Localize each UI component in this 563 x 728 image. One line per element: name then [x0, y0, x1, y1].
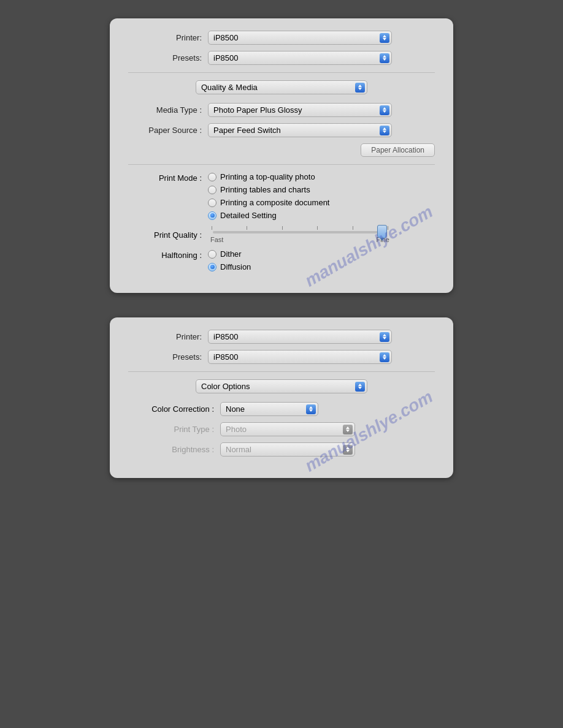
paper-source-label: Paper Source : — [128, 126, 202, 135]
print-quality-section: Print Quality : Fast Fine — [128, 226, 435, 243]
media-type-row: Media Type : Photo Paper Plus Glossy — [128, 103, 435, 117]
print-type-select-wrapper: Photo — [220, 422, 355, 436]
printer-label-2: Printer: — [128, 332, 202, 341]
radio-item-dither[interactable]: Dither — [208, 249, 251, 259]
print-mode-label: Print Mode : — [128, 172, 202, 183]
radio-label-detailed-setting: Detailed Setting — [220, 211, 277, 220]
section-select[interactable]: Quality & Media — [196, 80, 367, 94]
media-type-label: Media Type : — [128, 105, 202, 115]
panel-color-options: Printer: iP8500 Presets: iP8500 — [110, 317, 453, 478]
radio-circle-dither — [208, 250, 216, 259]
slider-thumb[interactable] — [377, 225, 387, 238]
print-mode-radio-group: Printing a top-quality photo Printing ta… — [208, 172, 329, 220]
printer-select-wrapper-2: iP8500 — [208, 330, 392, 344]
radio-circle — [208, 199, 216, 207]
print-quality-label: Print Quality : — [128, 230, 202, 240]
brightness-row: Brightness : Normal — [128, 442, 435, 457]
color-correction-select-wrapper: None — [220, 402, 318, 416]
paper-source-row: Paper Source : Paper Feed Switch — [128, 123, 435, 137]
print-type-row: Print Type : Photo — [128, 422, 435, 436]
media-type-select-wrapper: Photo Paper Plus Glossy — [208, 103, 392, 117]
slider-ticks — [208, 226, 392, 230]
radio-label-dither: Dither — [220, 249, 242, 259]
tick-4 — [317, 226, 318, 230]
radio-circle — [208, 186, 216, 194]
presets-select[interactable]: iP8500 — [208, 51, 392, 65]
radio-label-top-quality: Printing a top-quality photo — [220, 172, 315, 181]
radio-item-tables-charts[interactable]: Printing tables and charts — [208, 185, 329, 194]
section-select-row-2: Color Options — [128, 379, 435, 393]
color-correction-row: Color Correction : None — [128, 402, 435, 416]
radio-item-detailed-setting[interactable]: Detailed Setting — [208, 211, 329, 220]
tick-1 — [212, 226, 212, 230]
tick-6 — [388, 226, 388, 230]
print-type-label: Print Type : — [128, 425, 214, 434]
brightness-label: Brightness : — [128, 445, 214, 454]
printer-row: Printer: iP8500 — [128, 31, 435, 45]
divider-panel2-1 — [128, 371, 435, 372]
radio-circle-diffusion-selected — [208, 263, 216, 271]
section-select-wrapper: Quality & Media — [196, 80, 367, 94]
radio-item-diffusion[interactable]: Diffusion — [208, 262, 251, 271]
media-type-select[interactable]: Photo Paper Plus Glossy — [208, 103, 392, 117]
paper-source-select-wrapper: Paper Feed Switch — [208, 123, 392, 137]
printer-select[interactable]: iP8500 — [208, 31, 392, 45]
radio-label-tables-charts: Printing tables and charts — [220, 185, 310, 194]
halftoning-section: Halftoning : Dither Diffusion — [128, 249, 435, 271]
slider-label-fast: Fast — [210, 236, 223, 243]
presets-select-2[interactable]: iP8500 — [208, 350, 392, 364]
divider-2 — [128, 164, 435, 165]
printer-label: Printer: — [128, 33, 202, 42]
section-select-row: Quality & Media — [128, 80, 435, 94]
radio-label-diffusion: Diffusion — [220, 262, 251, 271]
print-type-select[interactable]: Photo — [220, 422, 355, 436]
halftoning-label: Halftoning : — [128, 249, 202, 260]
panel-quality-media: Printer: iP8500 Presets: iP8500 — [110, 18, 453, 293]
paper-allocation-row: Paper Allocation — [128, 143, 435, 157]
presets-select-wrapper: iP8500 — [208, 51, 392, 65]
presets-select-wrapper-2: iP8500 — [208, 350, 392, 364]
paper-allocation-button[interactable]: Paper Allocation — [361, 143, 435, 157]
tick-2 — [247, 226, 247, 230]
printer-select-2[interactable]: iP8500 — [208, 330, 392, 344]
radio-circle — [208, 173, 216, 181]
color-correction-label: Color Correction : — [128, 404, 214, 414]
halftoning-radio-group: Dither Diffusion — [208, 249, 251, 271]
presets-label: Presets: — [128, 53, 202, 63]
printer-row-2: Printer: iP8500 — [128, 330, 435, 344]
section-select-wrapper-2: Color Options — [196, 379, 367, 393]
divider-1 — [128, 72, 435, 73]
tick-3 — [282, 226, 283, 230]
printer-select-wrapper: iP8500 — [208, 31, 392, 45]
brightness-select-wrapper: Normal — [220, 442, 355, 457]
print-quality-slider-container: Fast Fine — [208, 226, 392, 243]
slider-track[interactable] — [213, 231, 387, 233]
radio-label-composite: Printing a composite document — [220, 198, 329, 207]
radio-circle-selected — [208, 211, 216, 220]
radio-dot — [210, 213, 215, 218]
radio-item-top-quality[interactable]: Printing a top-quality photo — [208, 172, 329, 181]
paper-source-select[interactable]: Paper Feed Switch — [208, 123, 392, 137]
tick-5 — [353, 226, 353, 230]
radio-item-composite[interactable]: Printing a composite document — [208, 198, 329, 207]
print-mode-section: Print Mode : Printing a top-quality phot… — [128, 172, 435, 220]
section-select-2[interactable]: Color Options — [196, 379, 367, 393]
presets-label-2: Presets: — [128, 352, 202, 362]
presets-row: Presets: iP8500 — [128, 51, 435, 65]
presets-row-2: Presets: iP8500 — [128, 350, 435, 364]
brightness-select[interactable]: Normal — [220, 442, 355, 457]
radio-dot-diffusion — [210, 265, 215, 269]
color-correction-select[interactable]: None — [220, 402, 318, 416]
slider-labels: Fast Fine — [208, 236, 392, 243]
